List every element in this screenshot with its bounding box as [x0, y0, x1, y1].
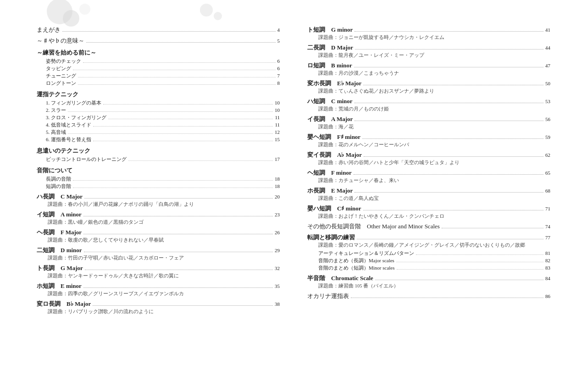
section-group: 音階について 長調の音階 18 短調の音階 18 [37, 166, 280, 190]
sub-entry: チューニング 7 [37, 72, 280, 79]
dot-leader [397, 269, 543, 270]
dot-leader [83, 62, 276, 63]
sub-title: 2. スラー [46, 107, 66, 114]
key-name: 転調と移調の練習 [307, 233, 355, 242]
key-name: 二短調 D minor [37, 246, 82, 254]
key-header: ハ短調 C minor 53 [307, 97, 550, 105]
page-number: 59 [545, 134, 550, 140]
page-number: 56 [545, 116, 550, 122]
dot-leader [357, 239, 543, 239]
sub-title: タッピング [46, 65, 71, 72]
dot-leader [416, 254, 543, 255]
sub-title: 4. 低音域とスライド [46, 121, 91, 128]
key-header: ヘ長調 F Major 26 [37, 228, 280, 237]
page-number: 86 [545, 293, 550, 299]
page-title [0, 0, 587, 18]
key-section: 嬰ヘ短調 F♯ minor 59 課題曲：花のメルヘン／コーヒールンバ [307, 133, 550, 148]
key-name: 嬰ハ短調 C♯ minor [307, 204, 361, 213]
key-subtitle: 課題曲：赤い河の谷間／ハトと少年「天空の城ラピュタ」より [307, 160, 550, 166]
dot-leader [73, 180, 273, 181]
dot-leader [86, 42, 276, 43]
key-header: イ短調 A minor 23 [37, 210, 280, 219]
key-name: 変ホ長調 E♭ Major [307, 79, 361, 88]
dot-leader [354, 174, 543, 175]
sub-entry: 長調の音階 18 [37, 176, 280, 182]
section-title: 息遣いのテクニック [37, 147, 280, 155]
sub-entry: ピッチコントロールのトレーニング 17 [37, 156, 280, 163]
toc-entry: その他の長短調音階 Other Major and Minor Scales 7… [307, 222, 550, 231]
key-name: 嬰ヘ短調 F♯ minor [307, 133, 360, 141]
page-number: 17 [275, 156, 280, 162]
key-subtitle: 課題曲：月の沙漠／こまっちゃうナ [307, 70, 550, 77]
page-number: 11 [275, 122, 280, 127]
dot-leader [78, 84, 276, 85]
key-header: 二長調 D Major 44 [307, 44, 550, 52]
key-subtitle: 課題曲：ヤンキードゥードゥル／大きな古時計／歌の翼に [37, 273, 280, 279]
dot-leader [396, 262, 543, 262]
sub-entry: 短調の音階 18 [37, 183, 280, 190]
entry-title: アーティキュレーション＆リズムパターン [318, 250, 414, 257]
left-column: まえがき 4 ～♯や♭の意味～ 5 ～練習を始める前に～ 姿勢のチェック 6 タ… [37, 23, 280, 316]
key-name: ハ短調 C minor [307, 97, 353, 105]
dot-leader [85, 270, 273, 270]
key-subtitle: 課題曲：海／花 [307, 124, 550, 130]
sub-title: 短調の音階 [46, 183, 71, 190]
dot-leader [93, 305, 273, 306]
key-section: ヘ長調 F Major 26 課題曲：敬虔の歌／悲しくてやりきれない／早春賦 [37, 228, 280, 243]
key-subtitle: 課題曲：荒城の月／もののけ姫 [307, 106, 550, 112]
key-section: ハ短調 C minor 53 課題曲：荒城の月／もののけ姫 [307, 97, 550, 112]
dot-leader [363, 85, 543, 85]
key-header: 変ホ長調 E♭ Major 50 [307, 79, 550, 88]
page-number: 4 [277, 27, 280, 33]
key-name: ロ短調 B minor [307, 61, 352, 70]
key-section: 変ロ長調 B♭ Major 38 課題曲：リパブリック讃歌／川の流れのように [37, 300, 280, 315]
key-section: ト短調 G minor 41 課題曲：ジョニーが凱旋する時／ナウシカ・レクイエム [307, 26, 550, 41]
toc-entry: まえがき 4 [37, 26, 280, 34]
page-number: 65 [545, 170, 550, 176]
key-section: 二長調 D Major 44 課題曲：龍月夜／ユー・レイズ・ミー・アップ [307, 44, 550, 59]
sub-entry: タッピング 6 [37, 65, 280, 72]
section-group: 運指テクニック 1. フィンガリングの基本 10 2. スラー 10 3. クロ… [37, 90, 280, 143]
key-name: ホ短調 E minor [37, 282, 82, 290]
page-number: 35 [275, 283, 280, 289]
dot-leader [362, 138, 543, 139]
dot-leader [375, 280, 543, 280]
key-section: イ短調 A minor 23 課題曲：黒い瞳／銀色の道／黒猫のタンゴ [37, 210, 280, 226]
page-number: 47 [545, 63, 550, 68]
page-number: 68 [545, 188, 550, 193]
dot-leader [83, 234, 273, 234]
section-group: ～練習を始める前に～ 姿勢のチェック 6 タッピング 6 チューニング 7 ロン… [37, 49, 280, 87]
entry-title: まえがき [37, 26, 61, 34]
page-number: 44 [545, 45, 550, 50]
dot-leader [68, 111, 273, 112]
toc-entry: ～♯や♭の意味～ 5 [37, 37, 280, 45]
page-number: 11 [275, 115, 280, 120]
key-section: 半音階 Chromatic Scale 84 課題曲：練習曲 105 番（バイエ… [307, 274, 550, 289]
page-number: 6 [277, 66, 280, 71]
entry-title: 音階のまとめ（短調）Minor scales [318, 265, 395, 271]
dot-leader [62, 31, 276, 32]
page-number: 10 [275, 100, 280, 105]
key-header: 二短調 D minor 29 [37, 246, 280, 254]
key-name: ホ長調 E Major [307, 187, 353, 195]
entry-title: その他の長短調音階 Other Major and Minor Scales [307, 222, 440, 231]
page-number: 53 [545, 99, 550, 104]
right-column: ト短調 G minor 41 課題曲：ジョニーが凱旋する時／ナウシカ・レクイエム… [307, 23, 550, 316]
key-header: 嬰ハ短調 C♯ minor 71 [307, 204, 550, 213]
sub-title: チューニング [46, 72, 76, 79]
key-subtitle: 課題曲：カチューシャ／春よ、来い [307, 177, 550, 184]
page-number: 74 [545, 224, 550, 229]
dot-leader [84, 198, 273, 199]
page-number: 20 [275, 194, 280, 199]
dot-leader [355, 49, 543, 50]
dot-leader [103, 104, 273, 105]
key-name: 変ロ長調 B♭ Major [37, 300, 91, 308]
dot-leader [108, 119, 273, 119]
key-subtitle: 課題曲：敬虔の歌／悲しくてやりきれない／早春賦 [37, 237, 280, 243]
page-container: まえがき 4 ～♯や♭の意味～ 5 ～練習を始める前に～ 姿勢のチェック 6 タ… [0, 0, 587, 316]
key-name: 半音階 Chromatic Scale [307, 274, 373, 282]
page-number: 84 [545, 276, 550, 281]
key-subtitle: 課題曲：この道／島人ぬ宝 [307, 195, 550, 202]
sub-entry: 1. フィンガリングの基本 10 [37, 99, 280, 106]
entry-title: オカリナ運指表 [307, 292, 349, 300]
